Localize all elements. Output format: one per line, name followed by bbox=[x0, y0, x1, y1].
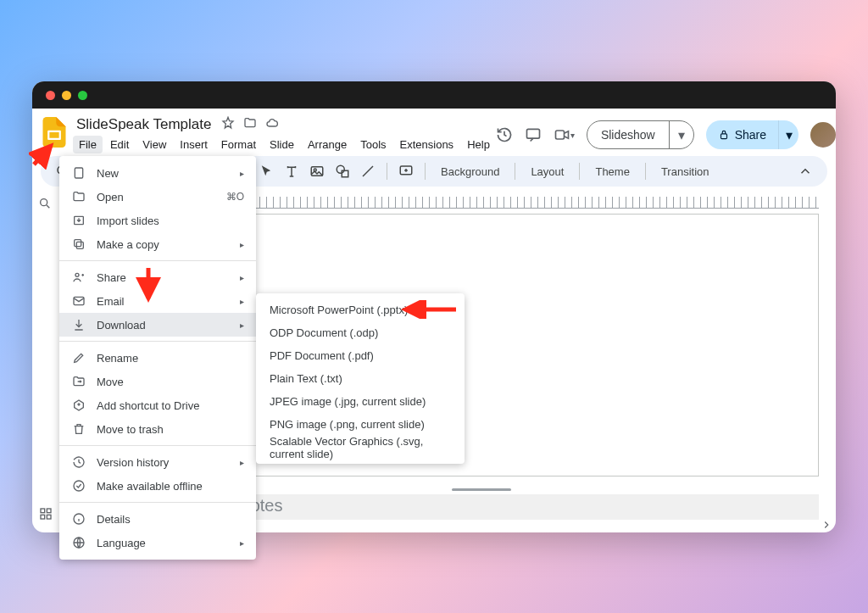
grid-view-icon[interactable] bbox=[39, 507, 53, 524]
search-sidebar-icon[interactable] bbox=[38, 197, 52, 214]
download-png[interactable]: PNG image (.png, current slide) bbox=[256, 413, 465, 436]
user-avatar[interactable] bbox=[810, 122, 836, 148]
svg-rect-19 bbox=[41, 515, 45, 519]
menu-bar: File Edit View Insert Format Slide Arran… bbox=[73, 136, 496, 153]
annotation-arrow-pptx bbox=[400, 300, 459, 319]
menu-language[interactable]: Language▸ bbox=[59, 531, 256, 554]
menu-extensions[interactable]: Extensions bbox=[394, 136, 460, 153]
menu-move-trash[interactable]: Move to trash bbox=[59, 417, 256, 441]
menu-rename[interactable]: Rename bbox=[59, 346, 256, 370]
share-button[interactable]: Share ▾ bbox=[706, 120, 798, 149]
slideshow-button[interactable]: Slideshow ▾ bbox=[587, 120, 694, 149]
slideshow-dropdown[interactable]: ▾ bbox=[670, 121, 693, 148]
annotation-arrow-download bbox=[136, 265, 161, 307]
svg-rect-18 bbox=[47, 509, 51, 513]
layout-button[interactable]: Layout bbox=[524, 162, 570, 181]
menu-insert[interactable]: Insert bbox=[174, 136, 214, 153]
share-dropdown[interactable]: ▾ bbox=[778, 120, 798, 149]
svg-rect-23 bbox=[76, 242, 83, 248]
comment-icon[interactable] bbox=[525, 126, 542, 143]
svg-point-25 bbox=[75, 273, 79, 276]
download-pdf[interactable]: PDF Document (.pdf) bbox=[256, 344, 465, 367]
menu-edit[interactable]: Edit bbox=[104, 136, 135, 153]
svg-rect-3 bbox=[555, 131, 564, 139]
svg-rect-2 bbox=[526, 129, 539, 138]
download-odp[interactable]: ODP Document (.odp) bbox=[256, 321, 465, 344]
cloud-status-icon[interactable] bbox=[265, 116, 279, 133]
select-tool-icon[interactable] bbox=[256, 161, 276, 181]
shape-icon[interactable] bbox=[332, 161, 353, 181]
download-svg[interactable]: Scalable Vector Graphics (.svg, current … bbox=[256, 436, 465, 459]
maximize-window-icon[interactable] bbox=[78, 91, 87, 100]
svg-rect-21 bbox=[75, 168, 82, 178]
comment-add-icon[interactable] bbox=[396, 161, 416, 181]
menu-move[interactable]: Move bbox=[59, 370, 256, 393]
menu-make-offline[interactable]: Make available offline bbox=[59, 474, 256, 498]
svg-rect-17 bbox=[41, 509, 45, 513]
svg-point-16 bbox=[41, 199, 47, 206]
close-window-icon[interactable] bbox=[46, 91, 55, 100]
history-icon[interactable] bbox=[496, 126, 513, 143]
background-button[interactable]: Background bbox=[434, 162, 506, 181]
annotation-arrow-file bbox=[29, 139, 59, 170]
textbox-icon[interactable] bbox=[281, 161, 302, 181]
menu-format[interactable]: Format bbox=[215, 136, 262, 153]
svg-rect-24 bbox=[75, 240, 81, 247]
svg-point-27 bbox=[74, 481, 84, 491]
minimize-window-icon[interactable] bbox=[62, 91, 71, 100]
menu-download[interactable]: Download▸ bbox=[59, 313, 256, 337]
menu-add-shortcut[interactable]: Add shortcut to Drive bbox=[59, 393, 256, 417]
menu-help[interactable]: Help bbox=[461, 136, 496, 153]
svg-rect-4 bbox=[721, 134, 726, 139]
star-icon[interactable] bbox=[221, 116, 235, 133]
menu-new[interactable]: New▸ bbox=[59, 161, 256, 185]
transition-button[interactable]: Transition bbox=[654, 162, 716, 181]
header: SlideSpeak Template File Edit View Inser… bbox=[32, 109, 836, 151]
download-jpeg[interactable]: JPEG image (.jpg, current slide) bbox=[256, 390, 465, 413]
notes-divider[interactable] bbox=[452, 488, 511, 491]
image-icon[interactable] bbox=[307, 161, 327, 181]
menu-open[interactable]: Open⌘O bbox=[59, 185, 256, 209]
menu-view[interactable]: View bbox=[136, 136, 172, 153]
svg-point-13 bbox=[337, 165, 344, 173]
file-menu-dropdown: New▸ Open⌘O Import slides Make a copy▸ S… bbox=[59, 156, 256, 560]
menu-file[interactable]: File bbox=[73, 136, 103, 153]
meet-icon[interactable]: ▾ bbox=[554, 126, 575, 143]
svg-line-30 bbox=[34, 146, 51, 164]
menu-version-history[interactable]: Version history▸ bbox=[59, 450, 256, 474]
download-submenu: Microsoft PowerPoint (.pptx) ODP Documen… bbox=[256, 293, 465, 464]
theme-button[interactable]: Theme bbox=[588, 162, 636, 181]
svg-rect-20 bbox=[47, 515, 51, 519]
collapse-toolbar-icon[interactable] bbox=[795, 161, 815, 181]
menu-tools[interactable]: Tools bbox=[354, 136, 392, 153]
titlebar bbox=[32, 81, 836, 109]
download-txt[interactable]: Plain Text (.txt) bbox=[256, 367, 465, 390]
move-folder-icon[interactable] bbox=[243, 116, 257, 133]
explore-icon[interactable] bbox=[821, 519, 832, 532]
menu-details[interactable]: Details bbox=[59, 507, 256, 531]
svg-rect-1 bbox=[49, 132, 58, 138]
menu-arrange[interactable]: Arrange bbox=[302, 136, 353, 153]
menu-slide[interactable]: Slide bbox=[264, 136, 300, 153]
menu-import-slides[interactable]: Import slides bbox=[59, 209, 256, 232]
menu-make-copy[interactable]: Make a copy▸ bbox=[59, 232, 256, 256]
svg-rect-14 bbox=[342, 170, 348, 177]
document-title[interactable]: SlideSpeak Template bbox=[73, 114, 214, 135]
line-icon[interactable] bbox=[358, 161, 378, 181]
